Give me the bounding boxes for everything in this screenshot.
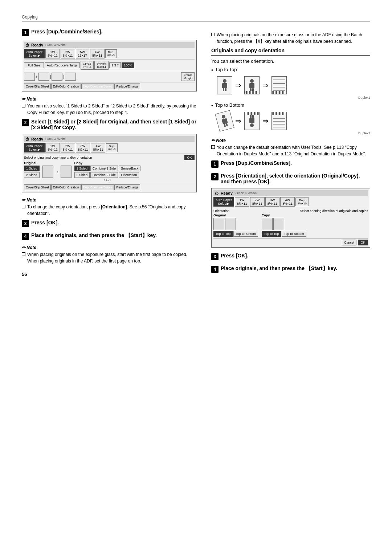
orig-tb-doc bbox=[215, 110, 234, 132]
ors-sz3: 3W8½×11 bbox=[265, 197, 280, 207]
ms2-combine1[interactable]: Combine 1 Side bbox=[90, 166, 118, 171]
ms2-copy-label: Copy bbox=[74, 161, 141, 165]
note-mid-item1: You can change the default orientation w… bbox=[211, 144, 370, 157]
ors-orig-label: Original bbox=[213, 213, 258, 217]
ms2-sz2: 2W8½×11 bbox=[61, 143, 75, 152]
ms1-func2 bbox=[38, 73, 49, 81]
ms2-select-label: Select original and copy type and/or ori… bbox=[24, 156, 92, 159]
step1-number: 1 bbox=[22, 29, 29, 36]
svg-point-8 bbox=[221, 115, 226, 119]
note2-item1: To change the copy orientation, press [O… bbox=[22, 204, 197, 217]
step3b-block: 3 Press [OK]. bbox=[211, 253, 370, 260]
ms1-power-icon: ⏻ bbox=[25, 43, 29, 47]
ms2-copy-opts: 1 Sided Combine 1 Side Series/Back 2 Sid… bbox=[74, 166, 141, 182]
ors-orig-icons bbox=[213, 218, 258, 230]
ms1-nav3: Dup./Combine/Series bbox=[81, 83, 114, 89]
ors-sz4: 4W8½×11 bbox=[280, 197, 295, 207]
ms1-divider3 bbox=[24, 82, 195, 82]
ms2-divider2 bbox=[24, 183, 195, 183]
step1-header: 1 Press [Dup./Combine/Series]. bbox=[22, 29, 197, 36]
person-svg-4 bbox=[246, 114, 257, 127]
ms1-bw: Black & White bbox=[45, 43, 66, 47]
ms2-ok-btn[interactable]: OK bbox=[184, 155, 195, 160]
ms2-series-back[interactable]: Series/Back bbox=[119, 166, 140, 171]
ms1-sz6: 5½×8½8½×14 bbox=[94, 61, 109, 70]
section-title: Originals and copy orientation bbox=[211, 48, 370, 56]
step4b-header: 4 Place originals, and then press the 【S… bbox=[211, 265, 370, 273]
ms1-auto-reduce: Auto Reduce/enlarge bbox=[45, 62, 80, 68]
svg-rect-13 bbox=[249, 118, 254, 123]
person-svg-2 bbox=[246, 79, 257, 92]
ms2-combine2[interactable]: Combine 2 Side bbox=[90, 172, 118, 178]
note1-section: ✏ Note You can also select "1 Sided to 2… bbox=[22, 97, 197, 116]
ms2-orientation-btn[interactable]: Orientation bbox=[119, 172, 139, 178]
orientation-screen: ⏻ Ready ·Black & White· Auto PaperSelect… bbox=[211, 188, 370, 248]
ors-select-label: Select opening direction of originals an… bbox=[300, 209, 368, 213]
svg-rect-15 bbox=[250, 115, 252, 118]
ors-copy-icon1 bbox=[262, 218, 273, 230]
line3 bbox=[273, 87, 285, 87]
ors-copy-col: Copy Top to Top Top to Bottom bbox=[262, 213, 306, 237]
ms2-orig-col: Original 1 Sided 2 Sided bbox=[24, 161, 40, 178]
step2-label: Select [1 Sided] or [2 Sided] for Origin… bbox=[31, 119, 197, 130]
top-to-top-diagram: ⇒ ⇒ bbox=[217, 76, 370, 94]
ms2-copy-1sided[interactable]: 1 Sided bbox=[74, 166, 90, 171]
ors-cancel-btn[interactable]: Cancel bbox=[342, 240, 356, 245]
top-to-bottom-diagram: ⇒ ⇒ bbox=[217, 112, 370, 130]
step1b-label: Press [Dup./Combine/Series]. bbox=[221, 160, 370, 166]
ors-btn-tb[interactable]: Top to Bottom bbox=[233, 231, 258, 237]
ms2-1sided[interactable]: 1 Sided bbox=[24, 166, 40, 171]
step1-label: Press [Dup./Combine/Series]. bbox=[31, 29, 197, 34]
svg-rect-10 bbox=[224, 124, 226, 127]
copy-tt-lined bbox=[271, 76, 287, 94]
ms2-arrow-col: → bbox=[42, 161, 72, 178]
ors-power-icon: ⏻ bbox=[215, 191, 219, 195]
ms2-orig-label: Original bbox=[24, 161, 40, 165]
step3-header: 3 Press [OK]. bbox=[22, 220, 197, 227]
ors-orig-col: Original Top to Top Top to Bottom bbox=[213, 213, 258, 237]
ms1-full-size: Full Size bbox=[24, 62, 44, 68]
ms2-1sided-btn-wrap: 1 Sided 2 Sided bbox=[24, 166, 40, 178]
ms2-nav3: Dup./Combine/Series bbox=[81, 184, 114, 190]
ors-ok-btn[interactable]: OK bbox=[358, 240, 368, 245]
ms2-orig-copy-row: Original 1 Sided 2 Sided → C bbox=[24, 161, 195, 182]
person-svg-1 bbox=[219, 79, 230, 92]
note-mid-section: ✏ Note You can change the default orient… bbox=[211, 138, 370, 157]
step2-number: 2 bbox=[22, 119, 29, 126]
ors-btn-tt[interactable]: Top to Top bbox=[213, 231, 233, 237]
ms2-arrow-icon: → bbox=[54, 169, 60, 175]
ors-paper-row: Auto PaperSelect▶ 1W8½×11 2W8½×11 3W8½×1… bbox=[213, 197, 368, 207]
ors-orig-icon1 bbox=[213, 218, 224, 230]
ms2-nav4: Reduce/Enlarge bbox=[114, 184, 140, 190]
person-svg-3 bbox=[218, 113, 232, 129]
ors-divider1 bbox=[213, 208, 368, 208]
ors-copy-btn-tt[interactable]: Top to Top bbox=[262, 231, 281, 237]
left-column: 1 Press [Dup./Combine/Series]. ⏻ Ready B… bbox=[22, 29, 197, 539]
ms2-copy-2sided[interactable]: 2 Sided bbox=[74, 172, 90, 178]
ms1-nav1: Cover/Slip Sheet bbox=[24, 83, 51, 89]
note2-checkbox bbox=[22, 205, 25, 208]
top-to-bottom-label: Top to Bottom bbox=[215, 102, 244, 108]
ms1-func4 bbox=[65, 73, 76, 81]
step4b-block: 4 Place originals, and then press the 【S… bbox=[211, 265, 370, 273]
note1-item1: You can also select "1 Sided to 2 Sided"… bbox=[22, 103, 197, 116]
ms2-2sided[interactable]: 2 Sided bbox=[24, 172, 40, 178]
tb-line3 bbox=[273, 124, 285, 125]
tb-line2 bbox=[273, 121, 285, 122]
note1-text1: You can also select "1 Sided to 2 Sided"… bbox=[27, 103, 197, 116]
copy-tt-doc1 bbox=[244, 76, 260, 94]
machine-screen-2: ⏻ Ready Black & White Auto PaperSelect▶ … bbox=[22, 134, 197, 192]
ors-copy-btn-tb[interactable]: Top to Bottom bbox=[282, 231, 306, 237]
ms2-doc-icon bbox=[42, 166, 53, 178]
ors-orig-btns: Top to Top Top to Bottom bbox=[213, 231, 258, 237]
top-to-top-item: • Top to Top bbox=[211, 67, 370, 73]
note-mid-checkbox bbox=[211, 145, 215, 149]
svg-rect-7 bbox=[252, 88, 254, 91]
ms1-func-row: + | | CreateMargin bbox=[24, 72, 195, 81]
step3-block: 3 Press [OK]. bbox=[22, 220, 197, 227]
top-to-top-label: Top to Top bbox=[215, 67, 237, 72]
svg-rect-14 bbox=[252, 115, 254, 118]
line1 bbox=[273, 80, 285, 80]
hash-bottom-2 bbox=[272, 91, 285, 94]
orientation-intro: You can select the orientation. bbox=[211, 58, 370, 64]
